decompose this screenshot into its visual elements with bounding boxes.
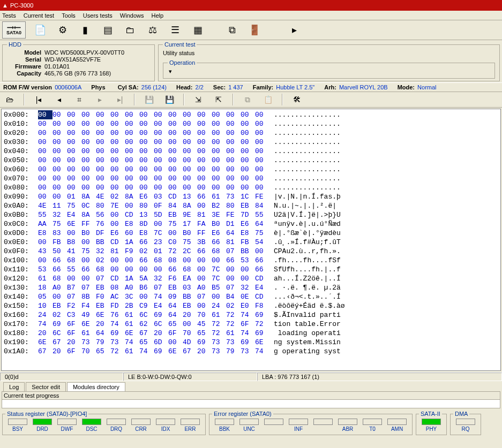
registers-panel: Status register (SATA0)-[PIO4] BSYDRDDWF…: [0, 408, 502, 437]
hex-row[interactable]: 0x030:00000000000000000000000000000000..…: [4, 138, 498, 147]
tab-sector-edit[interactable]: Sector edit: [26, 382, 66, 391]
hex-row[interactable]: 0x190:6E672073797374656D004D697373696Eng…: [4, 338, 498, 347]
last-icon[interactable]: ▸|: [114, 93, 126, 106]
flag-dsc: DSC: [79, 419, 104, 432]
menu-tools[interactable]: Tools: [62, 12, 76, 19]
tools-icon[interactable]: 🛠: [290, 93, 303, 106]
progress-label: Current test progress: [2, 392, 500, 399]
save-icon[interactable]: 💾: [143, 93, 155, 106]
hex-row[interactable]: 0x0B0:5532E48A5600CD135DEB9E813EFE7D55U2…: [4, 210, 498, 219]
flag-drq: DRQ: [104, 419, 129, 432]
hex-row[interactable]: 0x000:00000000000000000000000000000000..…: [4, 110, 498, 119]
progress-panel: Current test progress: [2, 391, 500, 408]
hdd-model: WDC WD5000LPVX-00V0TT0: [44, 49, 124, 56]
hex-row[interactable]: 0x0E0:00FBB800BBCD1A6623C0753B6681FB54.û…: [4, 238, 498, 247]
hdd-capacity: 465,76 GB (976 773 168): [44, 70, 111, 77]
utility-status: Utility status: [163, 49, 495, 57]
hex-row[interactable]: 0x070:00000000000000000000000000000000..…: [4, 174, 498, 183]
balance-icon[interactable]: ⚖: [145, 21, 161, 39]
hex-row[interactable]: 0x1A0:67206F7065726174696E672073797374g …: [4, 347, 498, 356]
module-icon[interactable]: ▤: [100, 21, 116, 39]
hex-row[interactable]: 0x020:00000000000000000000000000000000..…: [4, 128, 498, 138]
flag-err: ERR: [178, 419, 203, 432]
hex-row[interactable]: 0x040:00000000000000000000000000000000..…: [4, 147, 498, 156]
menu-help[interactable]: Help: [151, 12, 163, 19]
mode: Normal: [417, 84, 436, 90]
hdd-firmware: 01.01A01: [44, 63, 70, 70]
flag-unc: UNC: [237, 419, 261, 432]
hex-row[interactable]: 0x0A0:4E11750C807E00800F848A00B280EB84N.…: [4, 201, 498, 210]
error-register: Error register (SATA0) BBKUNCINFABRT0AMN: [209, 411, 413, 435]
hex-row[interactable]: 0x0D0:E88300B0DFE660E87C00B0FFE664E875è|…: [4, 229, 498, 238]
ct-legend: Current test: [163, 41, 197, 48]
head: 2/2: [196, 84, 204, 90]
savesel-icon[interactable]: 💾: [163, 93, 176, 106]
sec: 1 437: [228, 84, 243, 90]
hex-row[interactable]: 0x050:00000000000000000000000000000000..…: [4, 156, 498, 165]
play-icon[interactable]: ▸: [286, 21, 302, 39]
tab-log[interactable]: Log: [3, 382, 25, 391]
menu-tests[interactable]: Tests: [2, 12, 16, 19]
arh: Marvell ROYL 20B: [339, 84, 388, 90]
info-line: ROM F/W version 0006006A Phys Cyl SA: 25…: [0, 82, 502, 92]
hex-row[interactable]: 0x010:00000000000000000000000000000000..…: [4, 119, 498, 128]
app-logo-icon: ▲: [2, 2, 8, 9]
next-icon[interactable]: ▸: [93, 93, 106, 106]
hex-row[interactable]: 0x180:206C6F6164696E67206F706572617469 l…: [4, 329, 498, 338]
paste-icon[interactable]: 📋: [261, 93, 274, 106]
menu-current-test[interactable]: Current test: [24, 12, 54, 19]
current-test-panel: Current test Utility status Operation ▾: [158, 41, 500, 81]
hex-row[interactable]: 0x090:0000018A4E028AE603CD136661731CFE|v…: [4, 192, 498, 201]
chevron-down-icon: ▾: [169, 68, 172, 74]
hex-row[interactable]: 0x110:5366556668000000006668007C000066Sf…: [4, 265, 498, 274]
hex-editor[interactable]: 0x000:00000000000000000000000000000000..…: [1, 109, 501, 371]
hex-toolbar: 🗁 |◂ ◂ ⌗ ▸ ▸| 💾 💾 ⇲ ⇱ ⧉ 📋 🛠: [0, 92, 502, 108]
stack-icon[interactable]: ☰: [167, 21, 183, 39]
folder-icon[interactable]: 🗀: [122, 21, 138, 39]
tab-modules-directory[interactable]: Modules directory: [67, 382, 125, 391]
menu-windows[interactable]: Windows: [120, 12, 144, 19]
hex-row[interactable]: 0x120:6168000007CD1A5A32F6EA007C0000CDah…: [4, 274, 498, 283]
flag-drd: DRD: [30, 419, 55, 432]
app-title: PC-3000: [10, 2, 33, 9]
hdd-serial: WD-WX51A552VF7E: [44, 56, 101, 63]
menu-users-tests[interactable]: Users tests: [83, 12, 113, 19]
first-icon[interactable]: |◂: [32, 93, 45, 106]
goto-icon[interactable]: ⌗: [73, 93, 86, 106]
hdd-legend: HDD: [7, 41, 23, 48]
sata0-button[interactable]: ⟶⟵ SATA0: [2, 21, 26, 39]
status-register: Status register (SATA0)-[PIO4] BSYDRDDWF…: [2, 411, 206, 435]
grid-icon[interactable]: ▦: [190, 21, 206, 39]
hex-row[interactable]: 0x080:00000000000000000000000000000000..…: [4, 183, 498, 192]
hex-row[interactable]: 0x060:00000000000000000000000000000000..…: [4, 165, 498, 174]
hex-row[interactable]: 0x160:2402C3496E76616C6964207061727469$.…: [4, 310, 498, 320]
import-icon[interactable]: ⇲: [192, 93, 205, 106]
flag-t0: T0: [360, 419, 385, 432]
doc-icon[interactable]: 📄: [32, 21, 48, 39]
titlebar: ▲ PC-3000: [0, 0, 502, 11]
open-icon[interactable]: 🗁: [3, 93, 16, 106]
gear-icon[interactable]: ⚙: [55, 21, 71, 39]
copy-icon[interactable]: ⧉: [224, 21, 240, 39]
flag-dwf: DWF: [55, 419, 79, 432]
flag-inf: INF: [286, 419, 311, 432]
copy-icon[interactable]: ⧉: [241, 93, 254, 106]
hex-row[interactable]: 0x170:74696F6E207461626C65004572726F72ti…: [4, 320, 498, 329]
hex-row[interactable]: 0x100:00666800020000666808000000665366.f…: [4, 256, 498, 265]
hex-row[interactable]: 0x150:10EBF2F4EBFD2BC9E464EB002402E0F8.ë…: [4, 301, 498, 310]
menubar: Tests Current test Tools Users tests Win…: [0, 11, 502, 20]
hex-row[interactable]: 0x130:18A0B707EB08A0B607EB03A0B50732E4. …: [4, 283, 498, 292]
operation-dropdown[interactable]: ▾: [168, 67, 490, 76]
flag-rq: RQ: [453, 419, 478, 432]
export-icon[interactable]: ⇱: [212, 93, 225, 106]
flag-phy: PHY: [419, 419, 444, 432]
exit-icon[interactable]: 🚪: [246, 21, 263, 39]
bottom-tabs: Log Sector edit Modules directory: [0, 381, 502, 391]
hex-row[interactable]: 0x0F0:435041753281F90201722C666807BB00CP…: [4, 247, 498, 256]
hex-row[interactable]: 0x140:0500078BF0AC3C007409BB0700B40ECD..…: [4, 292, 498, 301]
prev-icon[interactable]: ◂: [53, 93, 65, 106]
hex-row[interactable]: 0x0C0:AA756EFF7600E88D007517FAB0D1E664ªu…: [4, 219, 498, 229]
family: Hubble LT 2.5": [276, 84, 314, 90]
flag-crr: CRR: [129, 419, 153, 432]
chip-icon[interactable]: ▮: [77, 21, 93, 39]
